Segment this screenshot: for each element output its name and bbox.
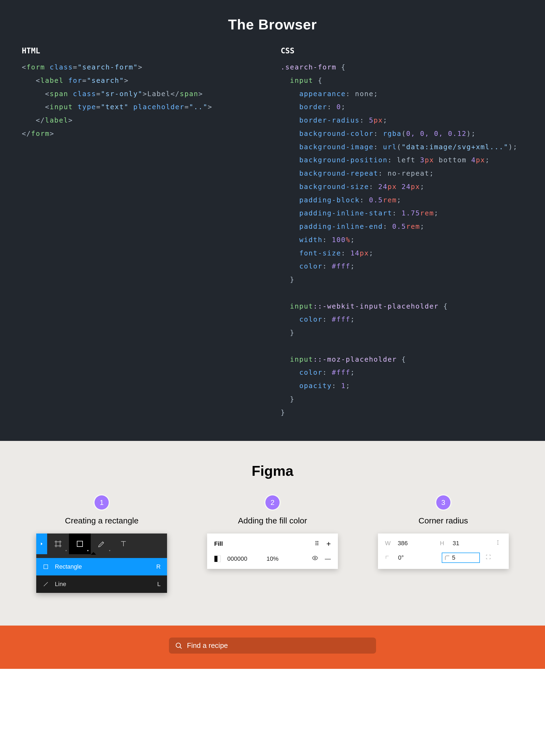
- fill-panel: Fill ⠿ + 000000 10% —: [207, 534, 338, 569]
- css-column: CSS .search-form { input { appearance: n…: [281, 46, 523, 419]
- chevron-down-icon: ▾: [87, 549, 89, 552]
- svg-rect-0: [77, 541, 83, 547]
- svg-rect-1: [44, 565, 48, 569]
- svg-point-2: [314, 557, 316, 559]
- toolbar-dropdown[interactable]: [36, 534, 47, 554]
- rectangle-tool[interactable]: ▾: [69, 534, 91, 554]
- menu-label: Rectangle: [55, 563, 156, 570]
- width-label: W: [385, 540, 392, 547]
- pen-icon: [97, 540, 106, 548]
- hex-value[interactable]: 000000: [227, 555, 260, 562]
- rectangle-icon: [76, 540, 84, 548]
- properties-panel: W 386 H 31 0° 5: [378, 534, 509, 569]
- rotation-value[interactable]: 0°: [398, 554, 436, 561]
- figma-section: Figma 1 Creating a rectangle ▾ ▾: [0, 441, 545, 626]
- step-badge-3: 3: [436, 495, 451, 510]
- opacity-value[interactable]: 10%: [266, 555, 305, 562]
- step-title-3: Corner radius: [363, 516, 523, 525]
- css-code-block: .search-form { input { appearance: none;…: [281, 61, 523, 419]
- menu-item-line[interactable]: Line L: [36, 575, 167, 593]
- step-title-1: Creating a rectangle: [22, 516, 182, 525]
- width-value[interactable]: 386: [398, 540, 435, 547]
- frame-tool[interactable]: ▾: [47, 534, 69, 554]
- search-bar-section: [0, 626, 545, 669]
- search-icon: [175, 642, 182, 650]
- constrain-icon[interactable]: [495, 539, 502, 547]
- caret-right-icon: [41, 542, 42, 545]
- browser-title: The Browser: [22, 16, 523, 33]
- text-icon: [119, 540, 127, 548]
- figma-toolbar: ▾ ▾ ▾: [36, 534, 167, 593]
- corner-radius-input[interactable]: 5: [442, 553, 480, 563]
- html-column: HTML <form class="search-form"> <label f…: [22, 46, 264, 419]
- menu-shortcut: R: [156, 563, 160, 570]
- menu-item-rectangle[interactable]: Rectangle R: [36, 558, 167, 575]
- color-swatch[interactable]: [214, 556, 221, 562]
- menu-shortcut: L: [157, 581, 160, 588]
- corner-icon: [445, 556, 449, 560]
- figma-title: Figma: [22, 463, 523, 479]
- step-2: 2 Adding the fill color Fill ⠿ + 000000 …: [193, 495, 353, 593]
- height-label: H: [440, 540, 447, 547]
- step-1: 1 Creating a rectangle ▾ ▾ ▾: [22, 495, 182, 593]
- search-container: [169, 638, 376, 654]
- step-badge-2: 2: [265, 495, 280, 510]
- pen-tool[interactable]: ▾: [91, 534, 112, 554]
- browser-section: The Browser HTML <form class="search-for…: [0, 0, 545, 441]
- rectangle-icon: [43, 564, 55, 570]
- remove-fill-button[interactable]: —: [325, 555, 331, 562]
- svg-point-3: [176, 643, 180, 647]
- line-icon: [43, 581, 55, 587]
- css-heading: CSS: [281, 46, 523, 55]
- add-fill-button[interactable]: +: [327, 539, 331, 548]
- height-value[interactable]: 31: [453, 540, 489, 547]
- step-3: 3 Corner radius W 386 H 31 0°: [363, 495, 523, 593]
- corner-radius-value: 5: [452, 554, 455, 561]
- shape-menu: Rectangle R Line L: [36, 558, 167, 593]
- html-code-block: <form class="search-form"> <label for="s…: [22, 61, 264, 141]
- frame-icon: [54, 540, 62, 548]
- visibility-icon[interactable]: [312, 555, 318, 563]
- text-tool[interactable]: [112, 534, 134, 554]
- menu-label: Line: [55, 581, 157, 588]
- chevron-down-icon: ▾: [65, 549, 67, 552]
- step-badge-1: 1: [94, 495, 109, 510]
- fill-title: Fill: [214, 540, 315, 547]
- html-heading: HTML: [22, 46, 264, 55]
- style-icon[interactable]: ⠿: [315, 540, 320, 547]
- chevron-down-icon: ▾: [109, 549, 110, 552]
- rotation-icon: [385, 554, 393, 561]
- independent-corners-icon[interactable]: [485, 554, 492, 562]
- search-input[interactable]: [187, 641, 370, 650]
- step-title-2: Adding the fill color: [193, 516, 353, 525]
- svg-line-4: [180, 647, 181, 648]
